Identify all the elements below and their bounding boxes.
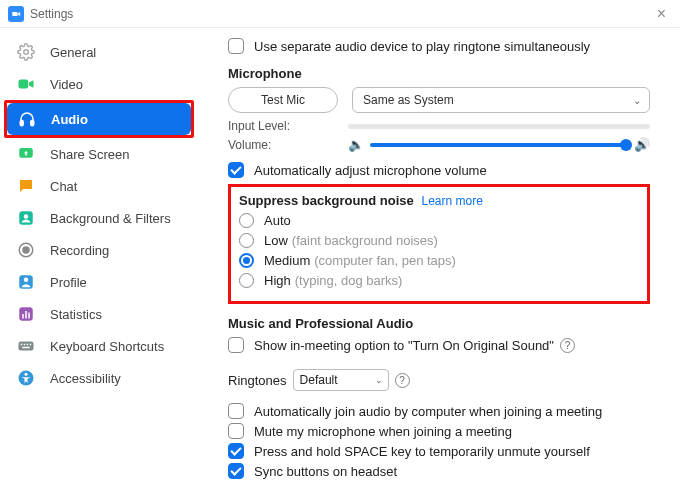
recording-icon xyxy=(16,240,36,260)
checkbox-separate-audio-device[interactable] xyxy=(228,38,244,54)
svg-point-10 xyxy=(24,278,29,283)
microphone-heading: Microphone xyxy=(228,66,650,81)
svg-point-0 xyxy=(24,50,29,55)
checkbox-label: Sync buttons on headset xyxy=(254,464,397,479)
radio-label: Medium xyxy=(264,253,310,268)
svg-rect-20 xyxy=(22,347,30,349)
sidebar-item-label: Audio xyxy=(51,112,88,127)
suppress-noise-heading: Suppress background noise xyxy=(239,193,414,208)
sidebar-item-recording[interactable]: Recording xyxy=(6,234,192,266)
checkbox-mute-on-join[interactable] xyxy=(228,423,244,439)
svg-rect-16 xyxy=(21,344,23,346)
radio-hint: (typing, dog barks) xyxy=(295,273,403,288)
help-icon[interactable]: ? xyxy=(560,338,575,353)
sidebar-item-label: Background & Filters xyxy=(50,211,171,226)
profile-icon xyxy=(16,272,36,292)
sidebar-item-label: Accessibility xyxy=(50,371,121,386)
chevron-down-icon: ⌄ xyxy=(633,95,641,106)
sidebar-item-label: Chat xyxy=(50,179,77,194)
sidebar-item-video[interactable]: Video xyxy=(6,68,192,100)
svg-rect-12 xyxy=(22,314,24,319)
sidebar-item-general[interactable]: General xyxy=(6,36,192,68)
svg-rect-1 xyxy=(19,80,29,89)
music-pro-audio-heading: Music and Professional Audio xyxy=(228,316,650,331)
close-icon[interactable]: × xyxy=(651,5,672,23)
microphone-volume-slider[interactable] xyxy=(370,143,626,147)
checkbox-auto-join-audio[interactable] xyxy=(228,403,244,419)
sidebar-item-accessibility[interactable]: Accessibility xyxy=(6,362,192,394)
sidebar-item-share-screen[interactable]: Share Screen xyxy=(6,138,192,170)
checkbox-label: Automatically adjust microphone volume xyxy=(254,163,487,178)
checkbox-label: Press and hold SPACE key to temporarily … xyxy=(254,444,590,459)
svg-rect-13 xyxy=(25,311,27,319)
sidebar-item-label: Profile xyxy=(50,275,87,290)
background-icon xyxy=(16,208,36,228)
sidebar-item-label: Statistics xyxy=(50,307,102,322)
svg-rect-15 xyxy=(19,342,34,351)
test-mic-button[interactable]: Test Mic xyxy=(228,87,338,113)
svg-point-8 xyxy=(23,247,29,253)
gear-icon xyxy=(16,42,36,62)
checkbox-auto-adjust-volume[interactable] xyxy=(228,162,244,178)
svg-rect-3 xyxy=(31,121,34,126)
chat-icon xyxy=(16,176,36,196)
svg-rect-14 xyxy=(28,313,30,319)
radio-noise-high[interactable] xyxy=(239,273,254,288)
svg-rect-18 xyxy=(27,344,29,346)
svg-rect-2 xyxy=(20,121,23,126)
sidebar-item-keyboard-shortcuts[interactable]: Keyboard Shortcuts xyxy=(6,330,192,362)
radio-hint: (faint background noises) xyxy=(292,233,438,248)
sidebar-item-label: General xyxy=(50,45,96,60)
titlebar: Settings × xyxy=(0,0,680,28)
checkbox-sync-headset[interactable] xyxy=(228,463,244,479)
radio-noise-low[interactable] xyxy=(239,233,254,248)
radio-label: High xyxy=(264,273,291,288)
help-icon[interactable]: ? xyxy=(395,373,410,388)
ringtones-label: Ringtones xyxy=(228,373,287,388)
share-screen-icon xyxy=(16,144,36,164)
input-level-meter xyxy=(348,124,650,129)
radio-label: Low xyxy=(264,233,288,248)
settings-panel-audio: Use separate audio device to play ringto… xyxy=(198,28,680,501)
suppress-noise-section: Suppress background noise Learn more Aut… xyxy=(228,184,650,304)
svg-point-6 xyxy=(24,214,29,219)
sidebar-item-chat[interactable]: Chat xyxy=(6,170,192,202)
input-level-label: Input Level: xyxy=(228,119,348,133)
speaker-max-icon: 🔊 xyxy=(634,137,650,152)
sidebar-item-label: Recording xyxy=(50,243,109,258)
svg-rect-19 xyxy=(30,344,32,346)
accessibility-icon xyxy=(16,368,36,388)
checkbox-label: Automatically join audio by computer whe… xyxy=(254,404,602,419)
speaker-min-icon: 🔈 xyxy=(348,137,364,152)
keyboard-icon xyxy=(16,336,36,356)
select-value: Default xyxy=(300,373,338,387)
radio-noise-medium[interactable] xyxy=(239,253,254,268)
checkbox-label: Show in-meeting option to "Turn On Origi… xyxy=(254,338,554,353)
sidebar-item-audio[interactable]: Audio xyxy=(7,103,191,135)
radio-noise-auto[interactable] xyxy=(239,213,254,228)
select-value: Same as System xyxy=(363,93,454,107)
checkbox-space-unmute[interactable] xyxy=(228,443,244,459)
sidebar-highlight: Audio xyxy=(4,100,194,138)
statistics-icon xyxy=(16,304,36,324)
sidebar-item-label: Keyboard Shortcuts xyxy=(50,339,164,354)
sidebar-item-statistics[interactable]: Statistics xyxy=(6,298,192,330)
checkbox-label: Mute my microphone when joining a meetin… xyxy=(254,424,512,439)
sidebar-item-background-filters[interactable]: Background & Filters xyxy=(6,202,192,234)
sidebar-item-label: Share Screen xyxy=(50,147,130,162)
window-title: Settings xyxy=(30,7,73,21)
ringtone-select[interactable]: Default ⌄ xyxy=(293,369,389,391)
video-icon xyxy=(16,74,36,94)
svg-point-22 xyxy=(25,373,28,376)
zoom-app-icon xyxy=(8,6,24,22)
volume-label: Volume: xyxy=(228,138,348,152)
microphone-device-select[interactable]: Same as System ⌄ xyxy=(352,87,650,113)
sidebar-item-label: Video xyxy=(50,77,83,92)
chevron-down-icon: ⌄ xyxy=(375,375,383,385)
svg-rect-17 xyxy=(24,344,26,346)
checkbox-original-sound[interactable] xyxy=(228,337,244,353)
learn-more-link[interactable]: Learn more xyxy=(421,194,482,208)
radio-hint: (computer fan, pen taps) xyxy=(314,253,456,268)
sidebar-item-profile[interactable]: Profile xyxy=(6,266,192,298)
settings-sidebar: General Video Audio Share Screen Chat Ba… xyxy=(0,28,198,501)
